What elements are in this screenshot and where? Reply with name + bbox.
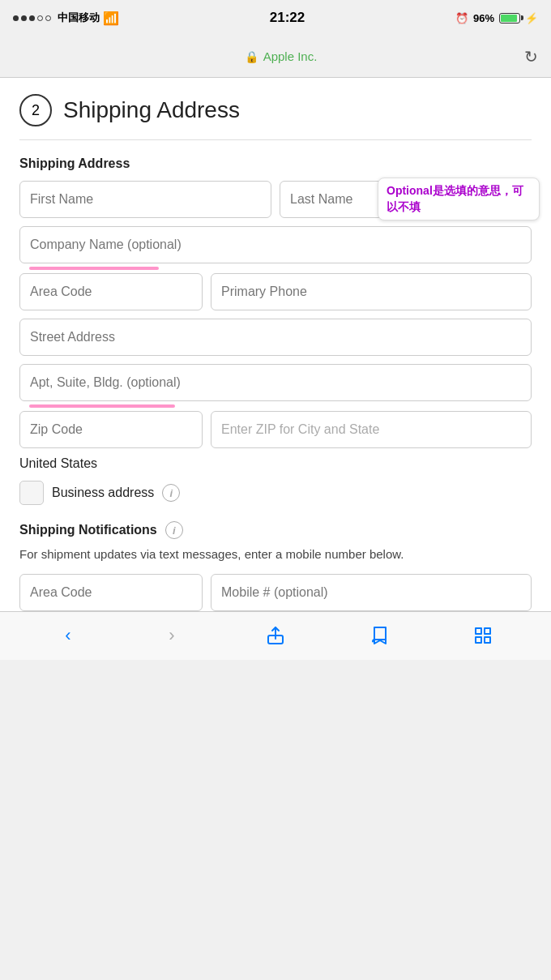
dot4 bbox=[37, 15, 43, 21]
apt-wrapper bbox=[19, 364, 532, 408]
business-address-info-button[interactable]: i bbox=[162, 484, 180, 502]
mobile-number-input[interactable] bbox=[211, 574, 532, 611]
forward-button[interactable]: › bbox=[152, 619, 192, 652]
dot5 bbox=[45, 15, 51, 21]
svg-rect-4 bbox=[476, 637, 481, 643]
notifications-title: Shipping Notifications bbox=[19, 523, 157, 537]
zip-row: Enter ZIP for City and State bbox=[19, 411, 532, 448]
wifi-icon: 📶 bbox=[103, 11, 119, 26]
status-bar: 中国移动 📶 21:22 ⏰ 96% ⚡ bbox=[0, 0, 551, 36]
back-button[interactable]: ‹ bbox=[48, 619, 88, 652]
browser-url: 🔒 Apple Inc. bbox=[245, 49, 318, 63]
tabs-button[interactable] bbox=[463, 619, 503, 652]
street-row bbox=[19, 319, 532, 356]
primary-phone-input[interactable] bbox=[211, 273, 532, 310]
notifications-description: For shipment updates via text messages, … bbox=[19, 546, 532, 564]
alarm-icon: ⏰ bbox=[455, 12, 468, 24]
company-name-input[interactable] bbox=[19, 226, 532, 263]
annotation-text: Optional是选填的意思，可以不填 bbox=[387, 184, 523, 213]
status-right: ⏰ 96% ⚡ bbox=[455, 12, 538, 24]
battery-fill bbox=[501, 15, 517, 22]
apt-row bbox=[19, 364, 532, 401]
area-code-input[interactable] bbox=[19, 273, 203, 310]
page-content: 2 Shipping Address Shipping Address Opti… bbox=[0, 78, 551, 611]
dot1 bbox=[13, 15, 19, 21]
signal-dots bbox=[13, 15, 51, 21]
mobile-area-code-input[interactable] bbox=[19, 574, 203, 611]
svg-rect-3 bbox=[485, 628, 490, 634]
dot3 bbox=[29, 15, 35, 21]
apt-suite-input[interactable] bbox=[19, 364, 532, 401]
step-title: Shipping Address bbox=[63, 97, 240, 123]
zip-code-input[interactable] bbox=[19, 411, 203, 448]
step-number: 2 bbox=[19, 94, 52, 126]
business-address-row: Business address i bbox=[19, 481, 532, 505]
status-left: 中国移动 📶 bbox=[13, 11, 119, 26]
zip-city-label: Enter ZIP for City and State bbox=[211, 411, 532, 448]
dot2 bbox=[21, 15, 27, 21]
mobile-phone-row bbox=[19, 574, 532, 611]
svg-rect-2 bbox=[476, 628, 481, 634]
notifications-header: Shipping Notifications i bbox=[19, 521, 532, 539]
business-address-label: Business address bbox=[52, 486, 154, 500]
browser-bar: 🔒 Apple Inc. ↻ bbox=[0, 36, 551, 78]
notifications-info-button[interactable]: i bbox=[165, 521, 183, 539]
reload-button[interactable]: ↻ bbox=[524, 47, 538, 66]
battery-icon bbox=[499, 13, 520, 24]
company-wrapper: Optional是选填的意思，可以不填 bbox=[19, 226, 532, 270]
phone-row bbox=[19, 273, 532, 310]
country-label: United States bbox=[19, 456, 532, 471]
url-label: Apple Inc. bbox=[263, 49, 318, 63]
business-address-checkbox[interactable] bbox=[19, 481, 44, 505]
company-row bbox=[19, 226, 532, 263]
charging-icon: ⚡ bbox=[525, 12, 538, 24]
annotation-bubble: Optional是选填的意思，可以不填 bbox=[378, 178, 540, 220]
first-name-input[interactable] bbox=[19, 181, 271, 218]
battery-pct: 96% bbox=[473, 12, 494, 24]
status-time: 21:22 bbox=[270, 10, 305, 26]
step-header: 2 Shipping Address bbox=[19, 94, 532, 140]
share-button[interactable] bbox=[255, 619, 296, 652]
optional-underline bbox=[29, 267, 159, 270]
apt-underline bbox=[29, 404, 175, 408]
bookmarks-button[interactable] bbox=[359, 619, 399, 652]
section-label: Shipping Address bbox=[19, 156, 532, 171]
carrier-label: 中国移动 bbox=[58, 11, 100, 25]
svg-rect-5 bbox=[485, 637, 490, 643]
lock-icon: 🔒 bbox=[245, 50, 258, 63]
street-address-input[interactable] bbox=[19, 319, 532, 356]
bottom-nav: ‹ › bbox=[0, 611, 551, 660]
